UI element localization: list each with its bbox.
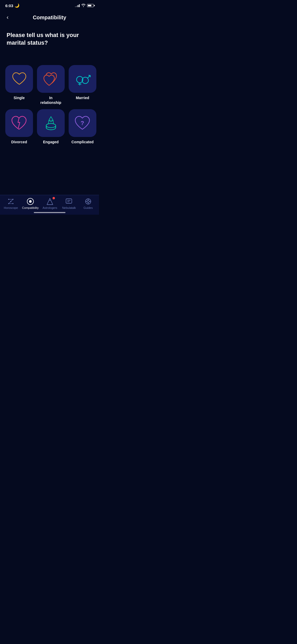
svg-marker-29 xyxy=(47,198,53,205)
compatibility-icon xyxy=(27,198,34,205)
nav-label-guides: Guides xyxy=(83,206,93,209)
astrologers-icon xyxy=(46,198,54,205)
option-engaged[interactable]: Engaged xyxy=(37,109,65,144)
nav-label-compatibility: Compatibility xyxy=(22,206,39,209)
gender-symbols-icon xyxy=(74,70,91,88)
battery-icon xyxy=(87,4,94,7)
option-label-complicated: Complicated xyxy=(71,140,93,144)
status-left: 6:03 🌙 xyxy=(5,3,20,8)
nav-label-horoscope: Horoscope xyxy=(4,206,18,209)
guides-icon xyxy=(84,198,92,205)
broken-heart-icon xyxy=(11,115,28,131)
horoscope-icon xyxy=(7,198,15,205)
header: ‹ Compatibility xyxy=(0,10,99,26)
nav-item-astrologers[interactable]: Astrologers xyxy=(42,198,58,209)
nav-label-astrologers: Astrologers xyxy=(43,206,57,209)
svg-text:?: ? xyxy=(81,120,84,126)
back-button[interactable]: ‹ xyxy=(5,13,10,22)
nav-item-guides[interactable]: Guides xyxy=(80,198,96,209)
option-card-engaged xyxy=(37,109,65,137)
svg-line-14 xyxy=(51,117,53,120)
nebulatalk-icon xyxy=(65,198,73,205)
wifi-icon xyxy=(81,4,86,8)
question-section: Please tell us what is your marital stat… xyxy=(0,26,99,49)
option-label-engaged: Engaged xyxy=(43,140,59,144)
nav-item-nebulatalk[interactable]: Nebulatalk xyxy=(61,198,77,209)
option-card-complicated: ? xyxy=(69,109,96,137)
option-label-in-relationship: Inrelationship xyxy=(40,95,61,105)
status-right xyxy=(75,4,94,8)
nav-label-nebulatalk: Nebulatalk xyxy=(62,206,76,209)
nav-item-horoscope[interactable]: Horoscope xyxy=(3,198,19,209)
option-single[interactable]: Single xyxy=(5,65,33,105)
question-text: Please tell us what is your marital stat… xyxy=(7,31,92,47)
option-card-single xyxy=(5,65,33,93)
home-indicator xyxy=(34,212,65,213)
option-card-divorced xyxy=(5,109,33,137)
status-bar: 6:03 🌙 xyxy=(0,0,99,10)
svg-point-36 xyxy=(87,200,89,203)
nav-item-compatibility[interactable]: Compatibility xyxy=(22,198,39,209)
two-hearts-icon xyxy=(42,71,60,87)
signal-icon xyxy=(75,4,80,7)
svg-line-13 xyxy=(49,117,51,120)
option-divorced[interactable]: Divorced xyxy=(5,109,33,144)
option-label-single: Single xyxy=(13,95,25,100)
svg-point-28 xyxy=(29,200,32,203)
option-card-in-relationship xyxy=(37,65,65,93)
svg-rect-32 xyxy=(66,199,72,203)
option-in-relationship[interactable]: Inrelationship xyxy=(37,65,65,105)
bottom-nav: Horoscope Compatibility Astrologers xyxy=(0,195,99,215)
question-heart-icon: ? xyxy=(74,115,91,131)
page-title: Compatibility xyxy=(33,15,66,21)
ring-icon xyxy=(43,114,59,132)
single-heart-icon xyxy=(11,72,27,86)
svg-line-25 xyxy=(9,201,11,204)
astrologers-badge xyxy=(53,197,55,199)
option-married[interactable]: Married xyxy=(69,65,96,105)
option-label-divorced: Divorced xyxy=(11,140,27,144)
option-complicated[interactable]: ? Complicated xyxy=(69,109,96,144)
svg-line-4 xyxy=(88,75,90,78)
options-grid: Single Inrelationship xyxy=(0,57,99,148)
option-card-married xyxy=(69,65,96,93)
option-label-married: Married xyxy=(76,95,89,100)
svg-line-24 xyxy=(11,199,13,201)
svg-point-10 xyxy=(46,123,56,128)
time-display: 6:03 xyxy=(5,3,13,8)
moon-icon: 🌙 xyxy=(15,3,20,8)
